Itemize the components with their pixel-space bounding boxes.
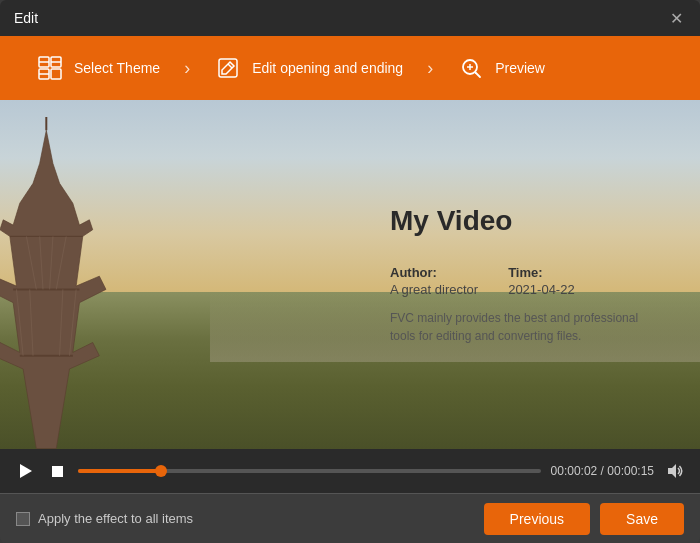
svg-line-8 [228,64,232,68]
progress-fill [78,469,161,473]
controls-bar: 00:00:02 / 00:00:15 [0,449,700,493]
stop-icon [52,466,63,477]
time-display: 00:00:02 / 00:00:15 [551,464,654,478]
author-block: Author: A great director [390,265,478,297]
nav-item-preview[interactable]: Preview [441,46,561,90]
video-text-overlay: My Video Author: A great director Time: … [350,100,700,449]
nav-arrow-2: › [427,58,433,79]
title-bar: Edit ✕ [0,0,700,36]
svg-rect-3 [51,69,61,79]
progress-thumb[interactable] [155,465,167,477]
volume-icon [666,462,684,480]
video-description: FVC mainly provides the best and profess… [390,309,660,345]
svg-marker-17 [668,464,676,478]
bottom-bar: Apply the effect to all items Previous S… [0,493,700,543]
stop-button[interactable] [46,460,68,482]
close-button[interactable]: ✕ [666,8,686,28]
nav-label-preview: Preview [495,60,545,76]
apply-effect-checkbox[interactable] [16,512,30,526]
edit-icon [214,54,242,82]
nav-arrow-1: › [184,58,190,79]
svg-line-10 [476,73,481,78]
previous-button[interactable]: Previous [484,503,590,535]
play-icon [18,464,32,478]
time-block: Time: 2021-04-22 [508,265,575,297]
time-value: 2021-04-22 [508,282,575,297]
nav-label-select-theme: Select Theme [74,60,160,76]
video-preview: My Video Author: A great director Time: … [0,100,700,449]
time-label: Time: [508,265,575,280]
preview-icon [457,54,485,82]
author-value: A great director [390,282,478,297]
window-title: Edit [14,10,666,26]
nav-label-edit-opening: Edit opening and ending [252,60,403,76]
nav-bar: Select Theme › Edit opening and ending › [0,36,700,100]
play-button[interactable] [14,460,36,482]
volume-button[interactable] [664,460,686,482]
video-meta: Author: A great director Time: 2021-04-2… [390,265,660,297]
theme-icon [36,54,64,82]
eiffel-tower-icon [0,117,113,449]
apply-effect-label: Apply the effect to all items [38,511,193,526]
main-window: Edit ✕ Select Theme › [0,0,700,543]
nav-item-select-theme[interactable]: Select Theme [20,46,176,90]
action-buttons: Previous Save [484,503,684,535]
time-sep: / [597,464,607,478]
save-button[interactable]: Save [600,503,684,535]
current-time: 00:00:02 [551,464,598,478]
author-label: Author: [390,265,478,280]
video-title: My Video [390,205,660,237]
total-time: 00:00:15 [607,464,654,478]
nav-item-edit-opening[interactable]: Edit opening and ending [198,46,419,90]
progress-track[interactable] [78,469,541,473]
apply-effect-area: Apply the effect to all items [16,511,484,526]
